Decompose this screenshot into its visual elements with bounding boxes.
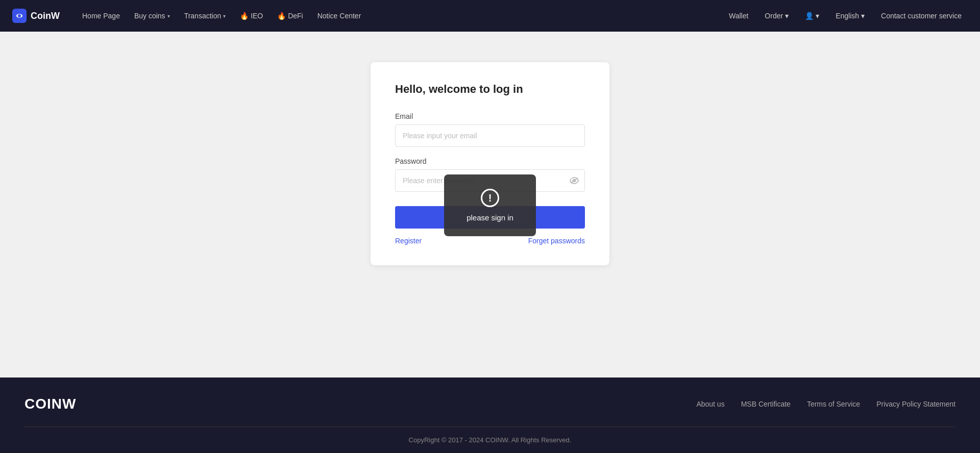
nav-home[interactable]: Home Page — [76, 8, 126, 24]
main-content: Hello, welcome to log in Email Password … — [0, 32, 980, 377]
email-label: Email — [395, 112, 585, 120]
login-links: Register Forget passwords — [395, 237, 585, 245]
footer-terms[interactable]: Terms of Service — [807, 400, 860, 408]
login-card: Hello, welcome to log in Email Password … — [371, 62, 609, 265]
footer-msb[interactable]: MSB Certificate — [741, 400, 791, 408]
navbar-right: Wallet Order ▾ 👤 ▾ English ▾ Contact cus… — [723, 8, 968, 24]
toast-overlay: ! please sign in — [444, 174, 536, 236]
logo[interactable]: CoinW — [12, 9, 60, 23]
password-label: Password — [395, 157, 585, 165]
logo-text: CoinW — [31, 11, 60, 21]
logo-icon — [12, 9, 27, 23]
chevron-down-icon: ▾ — [167, 13, 170, 19]
footer-privacy[interactable]: Privacy Policy Statement — [876, 400, 955, 408]
nav-transaction[interactable]: Transaction ▾ — [178, 8, 232, 24]
navbar: CoinW Home Page Buy coins ▾ Transaction … — [0, 0, 980, 32]
eye-icon[interactable] — [570, 177, 579, 184]
footer-logo: COINW — [24, 396, 76, 412]
navbar-links: Home Page Buy coins ▾ Transaction ▾ 🔥 IE… — [76, 8, 723, 24]
svg-point-1 — [18, 14, 21, 17]
toast-warning-icon: ! — [481, 189, 499, 207]
footer-about[interactable]: About us — [696, 400, 724, 408]
nav-wallet[interactable]: Wallet — [723, 8, 754, 24]
nav-notice-center[interactable]: Notice Center — [311, 8, 368, 24]
login-title: Hello, welcome to log in — [395, 83, 585, 96]
nav-defi[interactable]: 🔥 DeFi — [271, 8, 309, 24]
footer-copyright: CopyRight © 2017 - 2024 COINW. All Right… — [24, 427, 955, 453]
toast: ! please sign in — [444, 174, 536, 236]
footer: COINW About us MSB Certificate Terms of … — [0, 377, 980, 453]
email-field[interactable] — [395, 124, 585, 147]
footer-links: About us MSB Certificate Terms of Servic… — [696, 400, 955, 408]
chevron-down-icon: ▾ — [785, 12, 789, 20]
nav-user[interactable]: 👤 ▾ — [799, 8, 825, 24]
nav-language[interactable]: English ▾ — [829, 8, 871, 24]
nav-order[interactable]: Order ▾ — [758, 8, 795, 24]
nav-ieo[interactable]: 🔥 IEO — [234, 8, 269, 24]
chevron-down-icon: ▾ — [223, 13, 226, 19]
nav-contact[interactable]: Contact customer service — [875, 8, 968, 24]
footer-main: COINW About us MSB Certificate Terms of … — [24, 377, 955, 426]
chevron-down-icon: ▾ — [861, 12, 865, 20]
chevron-down-icon: ▾ — [816, 12, 819, 20]
svg-line-3 — [571, 178, 578, 183]
forget-password-link[interactable]: Forget passwords — [528, 237, 585, 245]
register-link[interactable]: Register — [395, 237, 422, 245]
nav-buy-coins[interactable]: Buy coins ▾ — [128, 8, 176, 24]
toast-message: please sign in — [467, 213, 513, 222]
email-group: Email — [395, 112, 585, 147]
